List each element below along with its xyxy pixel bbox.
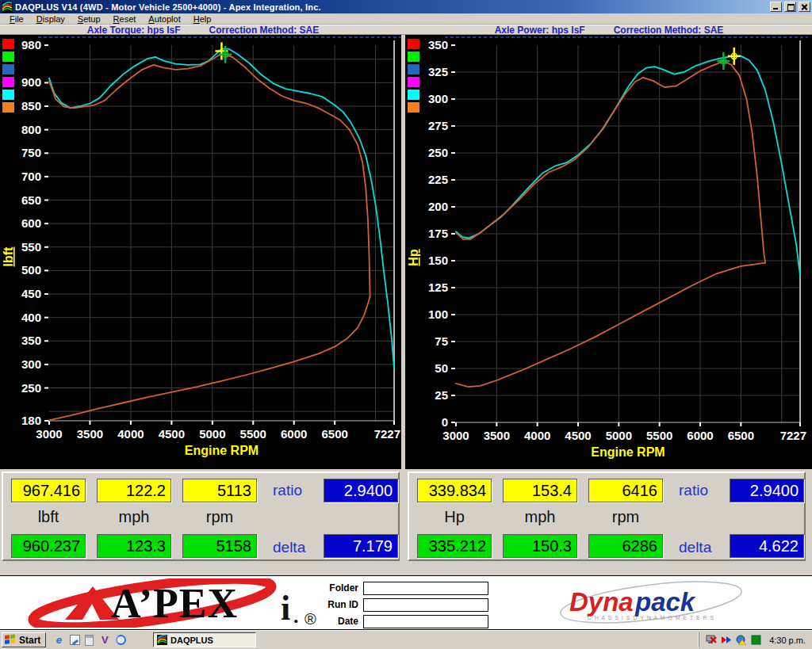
power-correction-method: Correction Method: SAE xyxy=(614,25,724,34)
transfer-arrows-icon[interactable] xyxy=(721,635,732,645)
x-tick-label: 3500 xyxy=(77,427,103,441)
spacer xyxy=(0,563,812,575)
svg-text:i: i xyxy=(281,589,290,628)
y-tick-label: 50 xyxy=(435,361,448,375)
restore-button[interactable] xyxy=(784,2,796,12)
y-tick-label: 25 xyxy=(435,388,448,402)
y-tick-label: 100 xyxy=(428,307,448,321)
y-tick-label: 0 xyxy=(442,415,448,429)
y-tick-label: 650 xyxy=(21,193,41,207)
y-tick-label: 550 xyxy=(21,240,41,254)
power-chart-header: Axle Power: hps IsF Correction Method: S… xyxy=(406,25,812,34)
y-tick-label: 450 xyxy=(21,287,41,300)
task-button-label: DAQPLUS xyxy=(170,636,213,645)
date-input[interactable] xyxy=(363,615,488,628)
status-green-icon[interactable] xyxy=(751,635,762,645)
apex-wordmark: A’PEX xyxy=(111,581,238,626)
run-info-form: Folder Run ID Date xyxy=(311,580,488,630)
apexi-logo: A’PEX i . ® xyxy=(17,578,335,628)
x-tick-label: 6500 xyxy=(728,429,754,442)
legend-swatch xyxy=(2,77,14,87)
mph-unit-label: mph xyxy=(97,508,171,526)
x-tick-label: 6000 xyxy=(687,429,713,442)
messenger-icon[interactable] xyxy=(116,635,126,645)
rpm-unit-label: rpm xyxy=(588,508,663,526)
power-ref-value: 335.212 xyxy=(417,534,492,558)
torque-ratio-label: ratio xyxy=(273,482,302,499)
network-error-icon[interactable] xyxy=(706,635,717,645)
title-bar[interactable]: DAQPLUS V14 (4WD - Motor Vehicle 2500+40… xyxy=(0,0,812,13)
folder-input[interactable] xyxy=(363,582,488,595)
torque-chart-header: Axle Torque: hps IsF Correction Method: … xyxy=(0,25,406,34)
x-tick-label: 5500 xyxy=(646,429,672,442)
y-tick-label: 250 xyxy=(428,146,448,159)
connection-warning-icon[interactable] xyxy=(736,635,747,645)
app-icon xyxy=(2,2,13,13)
close-button[interactable] xyxy=(799,2,810,12)
x-tick-label: 5500 xyxy=(240,427,266,441)
power-ref-mph: 150.3 xyxy=(503,534,577,558)
y-tick-label: 180 xyxy=(21,414,41,427)
power-delta-label: delta xyxy=(679,539,711,556)
torque-chart-title: Axle Torque: hps IsF xyxy=(87,25,181,34)
torque-readout-panel: 967.416 122.2 5113 ratio 2.9400 lbft mph… xyxy=(2,471,400,561)
y-tick-label: 500 xyxy=(21,263,41,277)
torque-unit-label: lbft xyxy=(11,508,86,526)
power-plot[interactable]: 0255075100125150175200225250275300325350… xyxy=(405,35,812,469)
x-axis-title: Engine RPM xyxy=(185,444,259,457)
daqplus-task-button[interactable]: DAQPLUS xyxy=(153,632,256,647)
torque-delta-value: 7.179 xyxy=(324,534,398,558)
dynapack-pack: pack xyxy=(634,587,696,617)
y-tick-label: 275 xyxy=(428,119,448,132)
menu-display[interactable]: Display xyxy=(30,14,71,24)
y-tick-label: 250 xyxy=(21,381,41,395)
date-label: Date xyxy=(311,616,363,627)
x-tick-label: 6000 xyxy=(281,427,307,441)
x-tick-label: 3500 xyxy=(484,429,510,442)
legend-swatch xyxy=(2,39,14,49)
menu-reset[interactable]: Reset xyxy=(107,14,143,24)
menu-help[interactable]: Help xyxy=(187,14,218,24)
windows-flag-icon xyxy=(5,634,17,646)
y-tick-label: 350 xyxy=(21,334,41,347)
power-unit-label: Hp xyxy=(417,508,492,526)
y-axis-title: lbft xyxy=(2,246,15,267)
legend-swatch xyxy=(2,52,14,62)
power-ratio-label: ratio xyxy=(679,482,708,499)
x-tick-label: 5000 xyxy=(199,427,225,441)
run-id-input[interactable] xyxy=(363,598,488,612)
legend-swatch xyxy=(2,102,14,113)
x-tick-label: 4000 xyxy=(117,427,144,441)
daqplus-window: DAQPLUS V14 (4WD - Motor Vehicle 2500+40… xyxy=(0,0,812,649)
show-desktop-icon[interactable] xyxy=(70,635,80,645)
minimize-button[interactable] xyxy=(770,2,782,12)
menu-file[interactable]: File xyxy=(3,14,30,24)
document-icon[interactable] xyxy=(85,635,94,646)
torque-ratio-value: 2.9400 xyxy=(324,479,398,502)
y-tick-label: 350 xyxy=(428,38,448,52)
svg-text:.: . xyxy=(293,605,299,628)
menu-autoplot[interactable]: Autoplot xyxy=(142,14,186,24)
y-tick-label: 225 xyxy=(428,173,448,186)
y-tick-label: 980 xyxy=(21,38,41,52)
menu-setup[interactable]: Setup xyxy=(71,14,107,24)
y-tick-label: 325 xyxy=(428,65,448,78)
v-app-icon[interactable]: V xyxy=(98,634,111,647)
power-cursor-mph: 153.4 xyxy=(503,479,577,502)
chart-header-bar: Axle Torque: hps IsF Correction Method: … xyxy=(0,25,812,35)
torque-plot[interactable]: 1802503003504004505005506006507007508008… xyxy=(0,35,401,469)
dynapack-dyna: Dyna xyxy=(569,587,634,617)
internet-explorer-icon[interactable]: e xyxy=(52,634,65,647)
torque-ref-value: 960.237 xyxy=(11,534,86,558)
legend-swatch xyxy=(408,39,419,49)
app-icon xyxy=(157,635,167,645)
y-tick-label: 150 xyxy=(428,254,448,267)
power-ref-rpm: 6286 xyxy=(588,534,663,558)
x-tick-label: 6500 xyxy=(321,427,347,441)
y-tick-label: 850 xyxy=(21,99,41,113)
torque-cursor-value: 967.416 xyxy=(11,479,86,502)
y-tick-label: 75 xyxy=(435,334,448,348)
window-title: DAQPLUS V14 (4WD - Motor Vehicle 2500+40… xyxy=(15,2,768,12)
start-button[interactable]: Start xyxy=(2,632,46,647)
y-tick-label: 175 xyxy=(428,227,448,240)
